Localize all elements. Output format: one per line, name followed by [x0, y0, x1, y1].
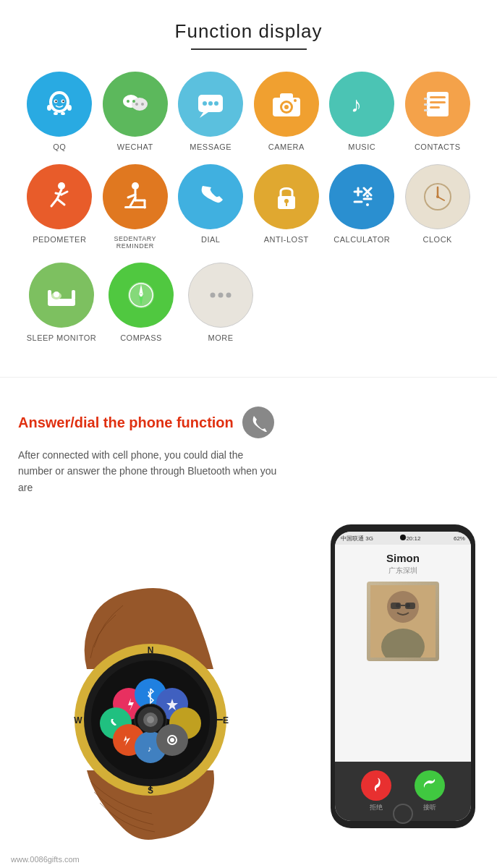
svg-point-19 [214, 101, 218, 106]
svg-rect-32 [424, 98, 428, 100]
svg-rect-34 [424, 109, 428, 111]
icon-sleep: SLEEP MONITOR [22, 263, 101, 342]
footer-website: www.0086gifts.com [11, 855, 80, 864]
qq-circle [27, 72, 92, 137]
svg-point-14 [135, 103, 138, 106]
icon-antilost: ANTI-LOST [249, 164, 325, 250]
svg-point-13 [132, 100, 135, 103]
compass-label: COMPASS [120, 333, 162, 342]
status-time: 20:12 [406, 535, 420, 542]
phone-screen: 中国联通 3G 20:12 62% Simon 广东深圳 [335, 532, 471, 821]
svg-rect-66 [72, 290, 75, 300]
compass-icon [123, 277, 159, 313]
home-button[interactable] [393, 804, 413, 824]
phone-section: Answer/dial the phone function After con… [0, 392, 497, 510]
pedometer-icon [41, 179, 77, 215]
decline-button[interactable] [361, 770, 391, 801]
antilost-label: ANTI-LOST [264, 235, 309, 244]
sedentary-label: SEDENTARY REMINDER [98, 235, 174, 250]
answer-button[interactable] [415, 770, 445, 801]
svg-rect-31 [430, 106, 440, 109]
svg-point-6 [47, 105, 51, 111]
clock-circle [405, 164, 470, 229]
camera-circle [254, 72, 319, 137]
message-circle [178, 72, 243, 137]
music-label: MUSIC [348, 142, 375, 151]
status-battery: 62% [454, 535, 465, 542]
svg-point-11 [132, 98, 148, 111]
caller-info: Simon 广东深圳 [335, 545, 471, 762]
clock-label: CLOCK [423, 235, 452, 244]
message-icon [192, 86, 229, 122]
title-underline [191, 48, 307, 50]
svg-rect-9 [61, 112, 65, 115]
svg-text:W: W [74, 715, 82, 726]
svg-point-26 [294, 99, 297, 102]
icon-clock: CLOCK [400, 164, 476, 250]
answer-group: 接听 [415, 770, 445, 812]
dial-circle [178, 164, 243, 229]
svg-point-68 [54, 292, 59, 297]
svg-line-46 [130, 197, 135, 206]
phone-title-row: Answer/dial the phone function [18, 407, 479, 438]
svg-text:E: E [223, 715, 229, 726]
svg-rect-28 [427, 92, 449, 116]
phone-section-title: Answer/dial the phone function [18, 414, 234, 431]
qq-label: QQ [53, 142, 66, 151]
more-icon [203, 277, 239, 313]
svg-point-15 [141, 103, 144, 106]
contacts-label: CONTACTS [415, 142, 461, 151]
antilost-icon [268, 179, 305, 215]
svg-line-38 [57, 199, 64, 205]
svg-point-74 [211, 293, 216, 298]
decline-label: 拒绝 [370, 803, 383, 812]
svg-point-7 [67, 105, 72, 111]
icons-row-1: QQ WECHAT [22, 72, 475, 157]
svg-rect-111 [405, 603, 415, 609]
sleep-circle [29, 263, 94, 328]
clock-icon [420, 179, 456, 215]
compass-circle [109, 263, 174, 328]
antilost-circle [254, 164, 319, 229]
svg-marker-20 [200, 112, 208, 118]
svg-rect-22 [280, 93, 293, 99]
icon-camera: CAMERA [249, 72, 325, 151]
qq-icon [41, 86, 77, 122]
phone-icon [249, 413, 268, 432]
sedentary-circle [103, 164, 168, 229]
caller-location: 广东深圳 [388, 566, 417, 576]
icon-compass: COMPASS [101, 263, 181, 342]
svg-point-12 [127, 100, 129, 103]
dial-label: DIAL [201, 235, 220, 244]
icon-dial: DIAL [173, 164, 249, 250]
icon-message: MESSAGE [173, 72, 249, 151]
svg-point-76 [226, 293, 231, 298]
page-title: Function display [0, 20, 497, 43]
svg-point-18 [208, 101, 213, 106]
svg-point-58 [366, 203, 369, 206]
music-icon: ♪ [344, 86, 380, 122]
page-header: Function display [0, 0, 497, 57]
music-circle: ♪ [329, 72, 394, 137]
icon-more: MORE [181, 263, 260, 342]
svg-point-57 [366, 195, 369, 197]
svg-point-75 [218, 293, 224, 298]
icon-music: ♪ MUSIC [324, 72, 400, 151]
sleep-label: SLEEP MONITOR [27, 333, 97, 342]
svg-rect-65 [48, 290, 51, 300]
svg-point-104 [170, 738, 174, 742]
watch-illustration: N S W E [22, 568, 268, 843]
svg-point-49 [284, 199, 289, 203]
svg-rect-47 [124, 206, 146, 208]
svg-point-62 [436, 195, 439, 198]
icons-row-2: PEDOMETER SEDENTARY REMINDER [22, 164, 475, 255]
camera-label: CAMERA [268, 142, 305, 151]
icon-wechat: WECHAT [98, 72, 174, 151]
camera-icon [268, 86, 305, 122]
decline-icon [368, 778, 384, 793]
answer-icon [422, 778, 438, 793]
icon-sedentary: SEDENTARY REMINDER [98, 164, 174, 250]
svg-line-37 [51, 199, 57, 206]
svg-text:♪: ♪ [351, 93, 362, 116]
section-divider [0, 377, 497, 378]
